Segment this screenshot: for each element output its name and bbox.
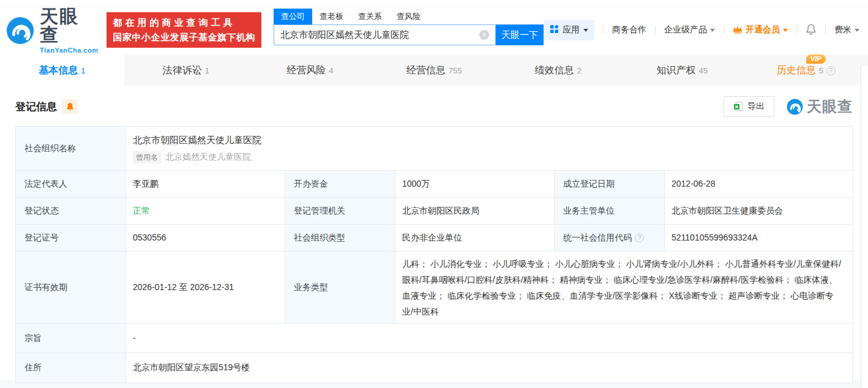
tab-count: 5: [819, 66, 823, 75]
search-tabs: 查公司 查老板 查关系 查风险: [274, 9, 544, 24]
help-icon[interactable]: ?: [635, 233, 644, 242]
former-name: 北京嫣然天使儿童医院: [165, 150, 251, 165]
field-label-validity: 证书有效期: [16, 252, 126, 323]
search-input[interactable]: [280, 30, 479, 40]
table-row: 登记证号 0530556 社会组织类型 民办非企业单位 统一社会信用代码 ? 5…: [16, 225, 852, 252]
slogan-line-1: 都在用的商业查询工具: [113, 15, 255, 30]
field-value-cert-no: 0530556: [126, 225, 285, 251]
tab-count: 4: [329, 66, 333, 75]
divider: [603, 26, 604, 34]
search-area: 查公司 查老板 查关系 查风险 × 天眼一下: [274, 9, 544, 45]
search-button[interactable]: 天眼一下: [496, 24, 544, 45]
tab-count: 2: [577, 66, 581, 75]
table-row: 法定代表人 李亚鹏 开办资金 1000万 成立登记日期 2012-06-28: [16, 171, 852, 198]
status-badge: 正常: [126, 198, 285, 224]
tab-operation-risk[interactable]: 经营风险 4: [248, 55, 372, 86]
open-vip-menu[interactable]: 开通会员: [733, 24, 788, 35]
field-value-org-type: 民办非企业单位: [395, 225, 555, 251]
top-divider: [0, 6, 868, 7]
bell-icon: [806, 23, 817, 37]
excel-icon: [733, 102, 743, 111]
company-detail-tabs: 基本信息 1 法律诉讼 1 经营风险 4 经营信息 755 绩效信息 2 知识产…: [0, 55, 868, 86]
field-label-credit-code: 统一社会信用代码 ?: [555, 225, 665, 251]
vip-badge: VIP: [806, 54, 826, 64]
field-label-supervisor: 业务主管单位: [555, 198, 665, 224]
enterprise-products-menu[interactable]: 企业级产品: [664, 24, 715, 35]
field-value-validity: 2026-01-12 至 2026-12-31: [126, 252, 285, 323]
bell-icon: [66, 102, 74, 111]
top-menu: 应用 商务合作 企业级产品 开通会员: [544, 20, 859, 40]
tab-label: 法律诉讼: [163, 64, 202, 77]
search-tab-risk[interactable]: 查风险: [389, 9, 428, 24]
business-cooperation-link[interactable]: 商务合作: [612, 24, 646, 35]
registration-table: 社会组织名称 北京市朝阳区嫣然天使儿童医院 曾用名 北京嫣然天使儿童医院 法定代…: [15, 126, 853, 383]
credit-code-label: 统一社会信用代码: [563, 231, 632, 245]
user-name-label: 费米: [834, 24, 851, 35]
tab-history-info[interactable]: 历史信息 VIP 5 ?: [744, 55, 868, 86]
tianyancha-logo-icon: [6, 17, 34, 45]
enterprise-products-label: 企业级产品: [664, 24, 707, 35]
tab-performance-info[interactable]: 绩效信息 2: [496, 55, 620, 86]
field-label-reg-date: 成立登记日期: [555, 171, 665, 197]
field-label-cert-no: 登记证号: [16, 225, 126, 251]
field-label-status: 登记状态: [16, 198, 126, 224]
tab-legal-litigation[interactable]: 法律诉讼 1: [124, 55, 249, 86]
table-row: 证书有效期 2026-01-12 至 2026-12-31 业务类型 儿科； 小…: [16, 252, 852, 324]
tab-label: 经营信息: [406, 64, 446, 77]
slogan-badge: 都在用的商业查询工具 国家中小企业发展子基金旗下机构: [107, 12, 261, 48]
search-tab-relation[interactable]: 查关系: [351, 9, 389, 24]
field-label-org-name: 社会组织名称: [16, 127, 126, 170]
tab-basic-info[interactable]: 基本信息 1: [0, 55, 124, 86]
field-value-business-type: 儿科； 小儿消化专业； 小儿呼吸专业； 小儿心脏病专业； 小儿肾病专业/小儿外科…: [395, 252, 852, 323]
scrollbar[interactable]: [861, 66, 868, 388]
section-title: 登记信息: [15, 100, 57, 114]
org-name: 北京市朝阳区嫣然天使儿童医院: [133, 132, 261, 148]
top-header: 天眼查 TianYanCha.com 都在用的商业查询工具 国家中小企业发展子基…: [0, 0, 868, 55]
export-button[interactable]: 导出: [724, 96, 774, 117]
divider: [724, 26, 724, 34]
table-row: 登记状态 正常 登记管理机关 北京市朝阳区民政局 业务主管单位 北京市朝阳区卫生…: [16, 198, 852, 225]
tab-label: 基本信息: [39, 64, 78, 77]
field-value-reg-date: 2012-06-28: [665, 171, 852, 197]
tab-label: 绩效信息: [534, 64, 574, 77]
field-value-credit-code: 52110105599693324A: [665, 225, 852, 251]
export-label: 导出: [747, 101, 765, 112]
clear-icon[interactable]: ×: [479, 30, 489, 40]
tianyancha-watermark: 天眼查: [787, 97, 853, 116]
divider: [796, 26, 797, 34]
brand-domain: TianYanCha.com: [40, 47, 98, 54]
tab-business-info[interactable]: 经营信息 755: [372, 55, 496, 86]
search-input-wrap: ×: [274, 24, 496, 45]
tab-intellectual-property[interactable]: 知识产权 45: [620, 55, 744, 86]
tab-label: 经营风险: [286, 64, 326, 77]
table-row: 社会组织名称 北京市朝阳区嫣然天使儿童医院 曾用名 北京嫣然天使儿童医院: [16, 127, 852, 171]
table-row: 住所 北京市朝阳区望京东园519号楼: [16, 353, 852, 382]
open-vip-label: 开通会员: [746, 24, 780, 35]
tab-count: 755: [449, 66, 462, 75]
divider: [825, 26, 826, 34]
search-tab-boss[interactable]: 查老板: [312, 9, 351, 24]
apps-menu[interactable]: 应用: [544, 20, 594, 40]
field-value-authority: 北京市朝阳区民政局: [395, 198, 555, 224]
crown-icon: [733, 25, 743, 35]
field-value-org-name: 北京市朝阳区嫣然天使儿童医院 曾用名 北京嫣然天使儿童医院: [126, 127, 852, 170]
help-icon[interactable]: ?: [826, 66, 836, 75]
tianyancha-logo[interactable]: 天眼查 TianYanCha.com: [6, 7, 98, 54]
field-label-capital: 开办资金: [285, 171, 395, 197]
business-cooperation-label: 商务合作: [612, 24, 646, 35]
chevron-down-icon: [783, 29, 788, 32]
tab-label: 知识产权: [656, 64, 695, 77]
table-row: 宗旨 -: [16, 324, 852, 353]
search-tab-company[interactable]: 查公司: [274, 9, 312, 24]
former-name-tag: 曾用名: [133, 151, 161, 163]
registration-section: 登记信息 导出 天眼查: [0, 86, 868, 380]
monitor-bell-button[interactable]: [62, 99, 78, 114]
apps-grid-icon: [550, 24, 559, 35]
field-value-supervisor: 北京市朝阳区卫生健康委员会: [665, 198, 852, 224]
tab-count: 1: [81, 66, 85, 75]
field-value-legal-rep: 李亚鹏: [126, 171, 285, 197]
user-account-menu[interactable]: 费米: [834, 24, 859, 35]
notification-bell[interactable]: [806, 23, 817, 37]
chevron-down-icon: [855, 29, 859, 32]
divider: [655, 26, 656, 34]
